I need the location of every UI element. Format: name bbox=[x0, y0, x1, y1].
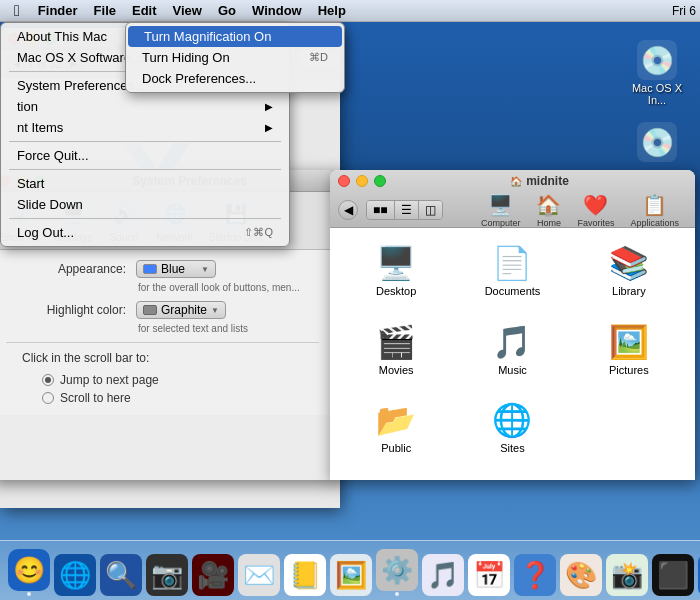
public-folder-label: Public bbox=[381, 442, 411, 454]
menu-window[interactable]: Window bbox=[244, 0, 310, 22]
movies-folder-icon: 🎬 bbox=[376, 323, 416, 361]
pictures-folder-icon: 🖼️ bbox=[609, 323, 649, 361]
dock-menu-logout-shortcut: ⇧⌘Q bbox=[244, 226, 273, 239]
submenu-hiding[interactable]: Turn Hiding On ⌘D bbox=[126, 47, 344, 68]
dock-icon-finder[interactable]: 😊 bbox=[8, 549, 50, 596]
desktop-icon-macos[interactable]: 💿 Mac OS X In... bbox=[622, 40, 692, 106]
dock-icon-itunes[interactable]: 🎵 bbox=[422, 554, 464, 596]
dock-icon-help[interactable]: ❓ bbox=[514, 554, 556, 596]
finder-favorites-icon[interactable]: ❤️ Favorites bbox=[577, 193, 614, 228]
preview-dock-icon: 🖼️ bbox=[330, 554, 372, 596]
menu-view[interactable]: View bbox=[165, 0, 210, 22]
sherlock-dock-icon: 🔍 bbox=[100, 554, 142, 596]
itunes-dock-icon: 🎵 bbox=[422, 554, 464, 596]
highlight-dropdown-arrow: ▼ bbox=[211, 306, 219, 315]
scroll-jump-radio[interactable] bbox=[42, 374, 54, 386]
menu-edit[interactable]: Edit bbox=[124, 0, 165, 22]
finder-min-btn[interactable] bbox=[356, 175, 368, 187]
dock-icon-qt[interactable]: 🎥 bbox=[192, 554, 234, 596]
list-item[interactable]: 🖼️ Pictures bbox=[573, 317, 685, 392]
menu-file[interactable]: File bbox=[86, 0, 124, 22]
apple-menu[interactable]:  bbox=[4, 0, 30, 22]
dock-submenu[interactable]: Turn Magnification On Turn Hiding On ⌘D … bbox=[125, 22, 345, 93]
list-item[interactable]: 🎵 Music bbox=[456, 317, 568, 392]
movies-folder-label: Movies bbox=[379, 364, 414, 376]
dock-menu-force-quit[interactable]: Force Quit... bbox=[1, 145, 289, 166]
finder-home-icon[interactable]: 🏠 Home bbox=[536, 193, 561, 228]
favorites-icon-img: ❤️ bbox=[583, 193, 608, 217]
desktop-icon-cd[interactable]: 💿 bbox=[637, 122, 677, 164]
scroll-option-here[interactable]: Scroll to here bbox=[42, 391, 159, 405]
scroll-option-jump[interactable]: Jump to next page bbox=[42, 373, 159, 387]
list-item[interactable]: 🖥️ Desktop bbox=[340, 238, 452, 313]
desktop-folder-label: Desktop bbox=[376, 285, 416, 297]
finder-computer-icon[interactable]: 🖥️ Computer bbox=[481, 193, 521, 228]
finder-applications-icon[interactable]: 📋 Applications bbox=[630, 193, 679, 228]
dock-menu-slide-down[interactable]: Slide Down bbox=[1, 194, 289, 215]
finder-toolbar: 🏠 midnite ◀ ■■ ☰ ◫ 🖥️ Computer bbox=[330, 170, 695, 228]
finder-window: 🏠 midnite ◀ ■■ ☰ ◫ 🖥️ Computer bbox=[330, 170, 695, 480]
list-item[interactable]: 🎬 Movies bbox=[340, 317, 452, 392]
dock-icon-graphic[interactable]: 🎨 bbox=[560, 554, 602, 596]
dock-icon-addressbook[interactable]: 📒 bbox=[284, 554, 326, 596]
highlight-select[interactable]: Graphite ▼ bbox=[136, 301, 226, 319]
dock-icon-terminal[interactable]: ⬛ bbox=[652, 554, 694, 596]
dock-menu-tion[interactable]: tion ▶ bbox=[1, 96, 289, 117]
ical-dock-icon: 📅 bbox=[468, 554, 510, 596]
dock-icon-ie[interactable]: 🌐 bbox=[54, 554, 96, 596]
dock-menu-start[interactable]: Start bbox=[1, 173, 289, 194]
dock-icon-iphoto[interactable]: 📷 bbox=[146, 554, 188, 596]
sites-folder-label: Sites bbox=[500, 442, 524, 454]
terminal-dock-icon: ⬛ bbox=[652, 554, 694, 596]
highlight-color-swatch bbox=[143, 305, 157, 315]
dock-icon-preview[interactable]: 🖼️ bbox=[330, 554, 372, 596]
menu-finder[interactable]: Finder bbox=[30, 0, 86, 22]
library-folder-label: Library bbox=[612, 285, 646, 297]
iphoto-dock-icon: 📷 bbox=[146, 554, 188, 596]
dock-icon-ical[interactable]: 📅 bbox=[468, 554, 510, 596]
desktop-folder-icon: 🖥️ bbox=[376, 244, 416, 282]
finder-grid: 🖥️ Desktop 📄 Documents 📚 Library 🎬 Movie… bbox=[330, 228, 695, 480]
submenu-magnification[interactable]: Turn Magnification On bbox=[128, 26, 342, 47]
dock-menu-recent-arrow: ▶ bbox=[265, 122, 273, 133]
finder-max-btn[interactable] bbox=[374, 175, 386, 187]
submenu-dock-prefs[interactable]: Dock Preferences... bbox=[126, 68, 344, 89]
dock-menu-recent[interactable]: nt Items ▶ bbox=[1, 117, 289, 138]
menu-help[interactable]: Help bbox=[310, 0, 354, 22]
scroll-section: Click in the scroll bar to: Jump to next… bbox=[22, 351, 319, 405]
desktop:  Finder File Edit View Go Window Help F… bbox=[0, 0, 700, 600]
desktop-icons: 💿 Mac OS X In... 💿 bbox=[622, 40, 692, 164]
appearance-dropdown-arrow: ▼ bbox=[201, 265, 209, 274]
list-item[interactable]: 📂 Public bbox=[340, 395, 452, 470]
finder-close-btn[interactable] bbox=[338, 175, 350, 187]
macos-cd-label: Mac OS X In... bbox=[622, 82, 692, 106]
highlight-hint: for selected text and lists bbox=[138, 323, 319, 334]
highlight-value: Graphite bbox=[161, 303, 207, 317]
list-item[interactable]: 📚 Library bbox=[573, 238, 685, 313]
finder-list-view-btn[interactable]: ☰ bbox=[395, 201, 419, 219]
applications-label: Applications bbox=[630, 218, 679, 228]
scroll-here-label: Scroll to here bbox=[60, 391, 131, 405]
scroll-here-radio[interactable] bbox=[42, 392, 54, 404]
list-item[interactable]: 📄 Documents bbox=[456, 238, 568, 313]
finder-back-btn[interactable]: ◀ bbox=[338, 200, 358, 220]
appearance-select[interactable]: Blue ▼ bbox=[136, 260, 216, 278]
highlight-row: Highlight color: Graphite ▼ bbox=[6, 301, 319, 319]
finder-view-buttons: ■■ ☰ ◫ bbox=[366, 200, 443, 220]
menu-go[interactable]: Go bbox=[210, 0, 244, 22]
dock-icon-sysprefs[interactable]: ⚙️ bbox=[376, 549, 418, 596]
dock-menu-tion-arrow: ▶ bbox=[265, 101, 273, 112]
dock-menu-logout[interactable]: Log Out... ⇧⌘Q bbox=[1, 222, 289, 243]
list-item[interactable]: 🌐 Sites bbox=[456, 395, 568, 470]
prefs-body: Appearance: Blue ▼ for the overall look … bbox=[0, 250, 335, 415]
addressbook-dock-icon: 📒 bbox=[284, 554, 326, 596]
finder-column-view-btn[interactable]: ◫ bbox=[419, 201, 442, 219]
finder-titlebar: 🏠 midnite bbox=[330, 170, 695, 192]
finder-toolbar-icons: 🖥️ Computer 🏠 Home ❤️ Favorites 📋 Applic… bbox=[481, 193, 679, 228]
music-folder-icon: 🎵 bbox=[492, 323, 532, 361]
dock-icon-mail[interactable]: ✉️ bbox=[238, 554, 280, 596]
home-icon-img: 🏠 bbox=[536, 193, 561, 217]
dock-icon-sherlock[interactable]: 🔍 bbox=[100, 554, 142, 596]
finder-icon-view-btn[interactable]: ■■ bbox=[367, 201, 395, 219]
dock-icon-photo2[interactable]: 📸 bbox=[606, 554, 648, 596]
